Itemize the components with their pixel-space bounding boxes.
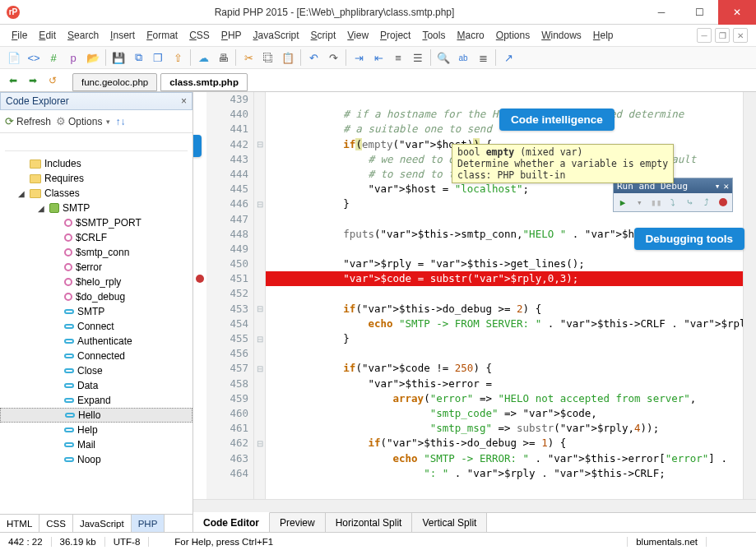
code-explorer-close-icon[interactable]: × [181,95,187,107]
options-button[interactable]: ⚙Options▾ [56,115,110,127]
save-all-icon[interactable]: ⧉ [129,49,147,67]
debug-step-out-icon[interactable]: ⤴ [700,196,712,209]
menubar-restore-icon[interactable]: ❐ [715,28,730,43]
menu-search[interactable]: Search [63,28,104,43]
code-editor[interactable]: bool empty (mixed var) Determine whether… [266,92,743,499]
nav-history-button[interactable]: ↺ [44,73,61,88]
menu-edit[interactable]: Edit [34,28,61,43]
tree-item-requires[interactable]: Requires [0,171,192,186]
outdent-icon[interactable]: ⇤ [369,49,387,67]
tree-item-noop[interactable]: Noop [0,452,192,467]
format-icon[interactable]: ≡ [389,49,407,67]
window-minimize-button[interactable]: ─ [642,0,680,25]
new-css-icon[interactable]: # [44,49,63,67]
debug-pause-icon[interactable]: ▮▮ [651,196,662,209]
tree-item-data[interactable]: Data [0,378,192,393]
tree-item-mail[interactable]: Mail [0,437,192,452]
code-explorer-tree[interactable]: IncludesRequires◢Classes◢SMTP$SMTP_PORT$… [0,153,192,514]
sidetab-css[interactable]: CSS [39,515,73,532]
goto-icon[interactable]: ≣ [474,49,492,67]
new-file-icon[interactable]: 📄 [5,49,23,67]
nav-forward-button[interactable]: ➡ [25,73,41,88]
menu-view[interactable]: View [342,28,373,43]
tree-item-crlf[interactable]: $CRLF [0,230,192,245]
menubar-close-icon[interactable]: ✕ [733,28,748,43]
callout-explorer: Code Explorer [193,135,202,157]
new-html-icon[interactable]: <> [25,49,43,67]
debug-run-icon[interactable]: ▶ [617,196,628,209]
menu-script[interactable]: Script [306,28,341,43]
status-site: blumentals.net [628,537,707,547]
copy-icon[interactable]: ❐ [149,49,167,67]
sidetab-html[interactable]: HTML [0,515,39,532]
tree-item-smtp_port[interactable]: $SMTP_PORT [0,215,192,230]
window-close-button[interactable]: ✕ [718,0,756,25]
menu-help[interactable]: Help [588,28,619,43]
new-php-icon[interactable]: p [64,49,82,67]
ftp-icon[interactable]: ☁ [194,49,212,67]
menu-project[interactable]: Project [375,28,415,43]
tree-item-error[interactable]: $error [0,260,192,275]
menu-php[interactable]: PHP [216,28,247,43]
file-tab-0[interactable]: func.geoloc.php [72,73,157,91]
debug-record-icon[interactable] [717,196,729,209]
tree-item-do_debug[interactable]: $do_debug [0,289,192,304]
indent-icon[interactable]: ⇥ [350,49,368,67]
nav-back-button[interactable]: ⬅ [5,73,21,88]
editor-tab-vertical-split[interactable]: Vertical Split [412,513,487,532]
menu-file[interactable]: File [7,28,32,43]
tree-item-close[interactable]: Close [0,363,192,378]
debug-dropdown-icon[interactable]: ▾ [715,181,721,192]
debug-step-into-icon[interactable]: ⤷ [684,196,695,209]
replace-icon[interactable]: ab [454,49,472,67]
tree-item-hello[interactable]: Hello [0,408,192,423]
undo-icon[interactable]: ↶ [304,49,322,67]
save-icon[interactable]: 💾 [109,49,128,67]
editor-scrollbar-horizontal[interactable] [193,499,756,512]
status-encoding[interactable]: UTF-8 [105,537,150,547]
tree-item-includes[interactable]: Includes [0,156,192,171]
list-icon[interactable]: ☰ [409,49,427,67]
sidetab-php[interactable]: PHP [132,515,165,532]
menu-windows[interactable]: Windows [536,28,587,43]
redo-icon[interactable]: ↷ [324,49,342,67]
window-maximize-button[interactable]: ☐ [680,0,718,25]
menu-javascript[interactable]: JavaScript [248,28,304,43]
copy2-icon[interactable]: ⿻ [259,49,277,67]
sidetab-javascript[interactable]: JavaScript [73,515,132,532]
upload-icon[interactable]: ⇧ [169,49,187,67]
tree-item-smtp[interactable]: ◢SMTP [0,201,192,215]
find-icon[interactable]: 🔍 [434,49,452,67]
tree-item-smtp[interactable]: SMTP [0,304,192,319]
debug-step-over-icon[interactable]: ⤵ [667,196,679,209]
paste-icon[interactable]: 📋 [279,49,297,67]
menu-insert[interactable]: Insert [105,28,140,43]
menu-format[interactable]: Format [141,28,183,43]
print-icon[interactable]: 🖶 [214,49,232,67]
explorer-filter-input[interactable] [5,135,188,151]
tree-item-classes[interactable]: ◢Classes [0,186,192,201]
debug-close-icon[interactable]: ✕ [723,181,729,192]
file-tab-1[interactable]: class.smtp.php [160,73,248,91]
editor-tab-preview[interactable]: Preview [270,513,326,532]
cut-icon[interactable]: ✂ [239,49,257,67]
menu-options[interactable]: Options [491,28,535,43]
tree-item-smtp_conn[interactable]: $smtp_conn [0,245,192,260]
menu-macro[interactable]: Macro [452,28,489,43]
menu-tools[interactable]: Tools [417,28,450,43]
tree-item-helo_rply[interactable]: $helo_rply [0,275,192,289]
menubar-minimize-icon[interactable]: ─ [697,28,712,43]
tree-item-authenticate[interactable]: Authenticate [0,334,192,349]
tree-item-help[interactable]: Help [0,423,192,437]
tree-item-connect[interactable]: Connect [0,319,192,334]
editor-scrollbar-vertical[interactable] [743,92,756,499]
editor-tab-code-editor[interactable]: Code Editor [193,512,270,532]
menu-css[interactable]: CSS [184,28,215,43]
open-file-icon[interactable]: 📂 [84,49,102,67]
refresh-button[interactable]: ⟳Refresh [5,115,51,127]
editor-tab-horizontal-split[interactable]: Horizontal Split [326,513,413,532]
tree-item-expand[interactable]: Expand [0,393,192,408]
run-icon[interactable]: ↗ [499,49,517,67]
tree-item-connected[interactable]: Connected [0,349,192,363]
collapse-button[interactable]: ↑↓ [115,116,125,127]
